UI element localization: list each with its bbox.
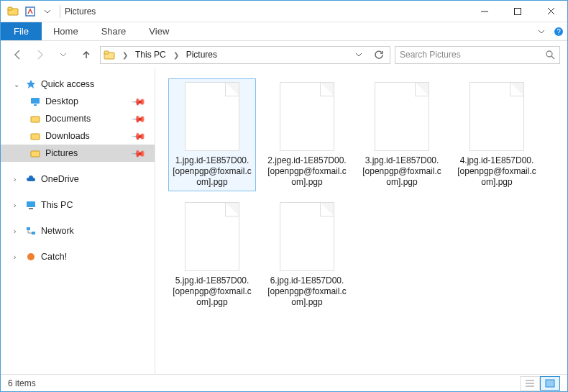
svg-text:?: ? <box>556 28 561 36</box>
folder-icon <box>104 49 115 60</box>
sidebar-item-pictures[interactable]: Pictures 📌 <box>1 145 155 162</box>
item-count: 6 items <box>8 378 36 388</box>
chevron-right-icon[interactable]: › <box>14 227 21 235</box>
svg-point-11 <box>546 51 552 57</box>
svg-rect-19 <box>27 201 35 207</box>
svg-rect-16 <box>31 117 40 122</box>
search-input[interactable] <box>400 50 545 60</box>
sidebar-item-catch[interactable]: › Catch! <box>1 248 155 265</box>
tab-share[interactable]: Share <box>90 22 138 40</box>
sidebar-label: Desktop <box>45 96 78 106</box>
monitor-icon <box>25 199 37 211</box>
folder-icon <box>29 113 41 124</box>
ribbon-expand-icon[interactable] <box>533 22 550 40</box>
file-item[interactable]: 5.jpg.id-1E857D00.[openpgp@foxmail.com].… <box>168 199 256 311</box>
svg-line-12 <box>551 56 554 59</box>
file-name: 4.jpg.id-1E857D00.[openpgp@foxmail.com].… <box>457 155 537 188</box>
chevron-right-icon[interactable]: ❯ <box>170 51 182 59</box>
chevron-right-icon[interactable]: › <box>14 253 21 261</box>
search-icon[interactable] <box>545 50 555 60</box>
svg-point-23 <box>27 253 35 260</box>
svg-rect-14 <box>31 98 40 104</box>
cloud-icon <box>25 173 37 185</box>
svg-rect-27 <box>546 380 554 387</box>
file-item[interactable]: 2.jpeg.id-1E857D00.[openpgp@foxmail.com]… <box>263 78 351 191</box>
back-button[interactable] <box>8 45 27 64</box>
address-dropdown-icon[interactable] <box>351 51 367 58</box>
search-box[interactable] <box>395 46 560 64</box>
refresh-icon[interactable] <box>371 50 387 60</box>
file-thumbnail-icon <box>280 202 334 271</box>
forward-button[interactable] <box>31 45 50 64</box>
file-item[interactable]: 4.jpg.id-1E857D00.[openpgp@foxmail.com].… <box>453 78 541 191</box>
quick-access-toolbar <box>5 4 55 19</box>
properties-icon[interactable] <box>22 4 38 19</box>
breadcrumb-thispc[interactable]: This PC <box>135 50 166 60</box>
sidebar-label: This PC <box>41 200 73 210</box>
sidebar-label: Catch! <box>41 252 67 262</box>
svg-rect-4 <box>515 8 521 14</box>
file-name: 3.jpg.id-1E857D00.[openpgp@foxmail.com].… <box>362 155 442 188</box>
explorer-icon <box>5 4 21 19</box>
file-thumbnail-icon <box>280 82 334 151</box>
sidebar-label: Quick access <box>41 79 94 89</box>
file-tab[interactable]: File <box>1 22 42 40</box>
file-thumbnail-icon <box>469 82 524 151</box>
file-name: 5.jpg.id-1E857D00.[openpgp@foxmail.com].… <box>172 275 252 308</box>
recent-locations-icon[interactable] <box>54 45 73 64</box>
sidebar-label: Documents <box>45 114 91 124</box>
tab-home[interactable]: Home <box>42 22 90 40</box>
chevron-down-icon[interactable]: ⌄ <box>14 81 21 88</box>
close-button[interactable] <box>534 1 567 22</box>
pin-icon: 📌 <box>131 128 147 144</box>
chevron-right-icon[interactable]: ❯ <box>119 51 131 59</box>
details-view-button[interactable] <box>520 376 540 391</box>
svg-rect-15 <box>34 104 37 106</box>
ribbon: File Home Share View ? <box>1 22 567 41</box>
window-title: Pictures <box>65 6 96 17</box>
sidebar-item-onedrive[interactable]: › OneDrive <box>1 170 155 188</box>
up-button[interactable] <box>77 45 96 64</box>
folder-icon <box>29 130 41 142</box>
file-item[interactable]: 6.jpg.id-1E857D00.[openpgp@foxmail.com].… <box>263 199 351 311</box>
svg-rect-17 <box>31 134 40 140</box>
separator <box>60 5 60 18</box>
sidebar-item-desktop[interactable]: Desktop 📌 <box>1 93 155 110</box>
folder-icon <box>29 147 41 159</box>
svg-marker-13 <box>27 80 35 88</box>
help-icon[interactable]: ? <box>550 22 567 40</box>
sidebar-label: OneDrive <box>41 174 79 184</box>
sidebar-label: Pictures <box>45 148 78 158</box>
file-list[interactable]: 1.jpg.id-1E857D00.[openpgp@foxmail.com].… <box>155 68 567 374</box>
pin-icon: 📌 <box>131 94 147 109</box>
sidebar-item-thispc[interactable]: › This PC <box>1 196 155 214</box>
address-bar[interactable]: ❯ This PC ❯ Pictures <box>100 46 390 64</box>
minimize-button[interactable] <box>468 1 501 22</box>
chevron-right-icon[interactable]: › <box>14 176 21 183</box>
network-icon <box>25 225 37 237</box>
svg-rect-1 <box>8 7 12 10</box>
file-item[interactable]: 3.jpg.id-1E857D00.[openpgp@foxmail.com].… <box>358 78 446 191</box>
sidebar-item-quick-access[interactable]: ⌄ Quick access <box>1 76 155 93</box>
svg-rect-22 <box>32 232 35 234</box>
file-thumbnail-icon <box>375 82 429 151</box>
large-icons-view-button[interactable] <box>540 376 560 391</box>
file-item[interactable]: 1.jpg.id-1E857D00.[openpgp@foxmail.com].… <box>168 78 256 191</box>
maximize-button[interactable] <box>501 1 534 22</box>
window-controls <box>468 1 567 22</box>
sidebar-item-network[interactable]: › Network <box>1 222 155 240</box>
svg-rect-18 <box>31 151 40 157</box>
tab-view[interactable]: View <box>137 22 180 40</box>
sidebar-item-documents[interactable]: Documents 📌 <box>1 110 155 127</box>
qat-dropdown-icon[interactable] <box>40 4 55 19</box>
pin-icon: 📌 <box>131 145 147 161</box>
sidebar-item-downloads[interactable]: Downloads 📌 <box>1 127 155 145</box>
navbar: ❯ This PC ❯ Pictures <box>1 41 567 68</box>
sidebar-label: Network <box>41 226 74 236</box>
status-bar: 6 items <box>1 374 567 391</box>
file-thumbnail-icon <box>185 82 239 151</box>
svg-rect-20 <box>29 208 33 209</box>
chevron-right-icon[interactable]: › <box>14 201 21 209</box>
sidebar-label: Downloads <box>45 131 90 141</box>
breadcrumb-pictures[interactable]: Pictures <box>186 50 217 60</box>
